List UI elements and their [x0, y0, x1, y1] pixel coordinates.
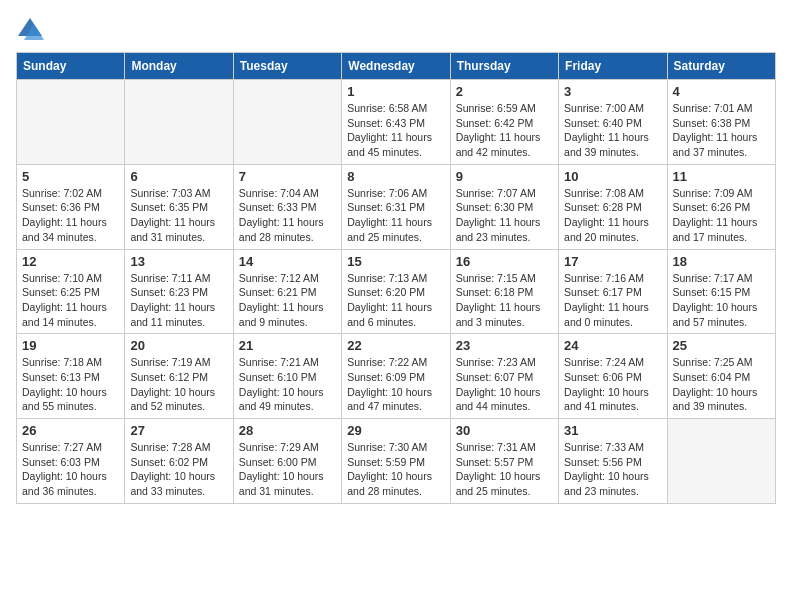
day-number: 16: [456, 254, 553, 269]
day-number: 1: [347, 84, 444, 99]
weekday-header-row: SundayMondayTuesdayWednesdayThursdayFrid…: [17, 53, 776, 80]
day-info: Sunrise: 7:01 AM Sunset: 6:38 PM Dayligh…: [673, 101, 770, 160]
day-number: 24: [564, 338, 661, 353]
calendar-cell: 6Sunrise: 7:03 AM Sunset: 6:35 PM Daylig…: [125, 164, 233, 249]
day-info: Sunrise: 7:06 AM Sunset: 6:31 PM Dayligh…: [347, 186, 444, 245]
day-info: Sunrise: 7:11 AM Sunset: 6:23 PM Dayligh…: [130, 271, 227, 330]
day-number: 20: [130, 338, 227, 353]
calendar-cell: 17Sunrise: 7:16 AM Sunset: 6:17 PM Dayli…: [559, 249, 667, 334]
calendar-cell: 24Sunrise: 7:24 AM Sunset: 6:06 PM Dayli…: [559, 334, 667, 419]
calendar-cell: 28Sunrise: 7:29 AM Sunset: 6:00 PM Dayli…: [233, 419, 341, 504]
calendar-cell: 22Sunrise: 7:22 AM Sunset: 6:09 PM Dayli…: [342, 334, 450, 419]
day-info: Sunrise: 7:04 AM Sunset: 6:33 PM Dayligh…: [239, 186, 336, 245]
day-info: Sunrise: 7:10 AM Sunset: 6:25 PM Dayligh…: [22, 271, 119, 330]
calendar-cell: 1Sunrise: 6:58 AM Sunset: 6:43 PM Daylig…: [342, 80, 450, 165]
calendar-cell: 25Sunrise: 7:25 AM Sunset: 6:04 PM Dayli…: [667, 334, 775, 419]
calendar-cell: 13Sunrise: 7:11 AM Sunset: 6:23 PM Dayli…: [125, 249, 233, 334]
day-info: Sunrise: 7:28 AM Sunset: 6:02 PM Dayligh…: [130, 440, 227, 499]
calendar-week-row: 5Sunrise: 7:02 AM Sunset: 6:36 PM Daylig…: [17, 164, 776, 249]
day-info: Sunrise: 7:16 AM Sunset: 6:17 PM Dayligh…: [564, 271, 661, 330]
day-number: 28: [239, 423, 336, 438]
day-number: 15: [347, 254, 444, 269]
day-number: 6: [130, 169, 227, 184]
day-info: Sunrise: 7:00 AM Sunset: 6:40 PM Dayligh…: [564, 101, 661, 160]
day-number: 25: [673, 338, 770, 353]
calendar-week-row: 26Sunrise: 7:27 AM Sunset: 6:03 PM Dayli…: [17, 419, 776, 504]
calendar-cell: 19Sunrise: 7:18 AM Sunset: 6:13 PM Dayli…: [17, 334, 125, 419]
calendar-cell: 31Sunrise: 7:33 AM Sunset: 5:56 PM Dayli…: [559, 419, 667, 504]
calendar-cell: 8Sunrise: 7:06 AM Sunset: 6:31 PM Daylig…: [342, 164, 450, 249]
day-number: 18: [673, 254, 770, 269]
calendar-cell: 9Sunrise: 7:07 AM Sunset: 6:30 PM Daylig…: [450, 164, 558, 249]
day-number: 11: [673, 169, 770, 184]
day-number: 5: [22, 169, 119, 184]
calendar-cell: 7Sunrise: 7:04 AM Sunset: 6:33 PM Daylig…: [233, 164, 341, 249]
calendar-cell: [233, 80, 341, 165]
calendar-cell: 11Sunrise: 7:09 AM Sunset: 6:26 PM Dayli…: [667, 164, 775, 249]
day-info: Sunrise: 7:12 AM Sunset: 6:21 PM Dayligh…: [239, 271, 336, 330]
calendar-week-row: 12Sunrise: 7:10 AM Sunset: 6:25 PM Dayli…: [17, 249, 776, 334]
weekday-header: Tuesday: [233, 53, 341, 80]
day-info: Sunrise: 7:33 AM Sunset: 5:56 PM Dayligh…: [564, 440, 661, 499]
calendar-cell: 18Sunrise: 7:17 AM Sunset: 6:15 PM Dayli…: [667, 249, 775, 334]
calendar-cell: 23Sunrise: 7:23 AM Sunset: 6:07 PM Dayli…: [450, 334, 558, 419]
calendar-week-row: 1Sunrise: 6:58 AM Sunset: 6:43 PM Daylig…: [17, 80, 776, 165]
day-info: Sunrise: 7:07 AM Sunset: 6:30 PM Dayligh…: [456, 186, 553, 245]
day-info: Sunrise: 7:29 AM Sunset: 6:00 PM Dayligh…: [239, 440, 336, 499]
day-number: 14: [239, 254, 336, 269]
day-info: Sunrise: 7:13 AM Sunset: 6:20 PM Dayligh…: [347, 271, 444, 330]
calendar-cell: 4Sunrise: 7:01 AM Sunset: 6:38 PM Daylig…: [667, 80, 775, 165]
day-info: Sunrise: 7:15 AM Sunset: 6:18 PM Dayligh…: [456, 271, 553, 330]
day-info: Sunrise: 7:31 AM Sunset: 5:57 PM Dayligh…: [456, 440, 553, 499]
calendar-cell: 27Sunrise: 7:28 AM Sunset: 6:02 PM Dayli…: [125, 419, 233, 504]
weekday-header: Wednesday: [342, 53, 450, 80]
weekday-header: Thursday: [450, 53, 558, 80]
calendar-cell: 5Sunrise: 7:02 AM Sunset: 6:36 PM Daylig…: [17, 164, 125, 249]
day-info: Sunrise: 7:18 AM Sunset: 6:13 PM Dayligh…: [22, 355, 119, 414]
day-number: 4: [673, 84, 770, 99]
weekday-header: Saturday: [667, 53, 775, 80]
day-number: 22: [347, 338, 444, 353]
weekday-header: Friday: [559, 53, 667, 80]
day-info: Sunrise: 6:58 AM Sunset: 6:43 PM Dayligh…: [347, 101, 444, 160]
day-info: Sunrise: 7:17 AM Sunset: 6:15 PM Dayligh…: [673, 271, 770, 330]
page-header: [16, 16, 776, 44]
day-info: Sunrise: 6:59 AM Sunset: 6:42 PM Dayligh…: [456, 101, 553, 160]
day-number: 26: [22, 423, 119, 438]
calendar-week-row: 19Sunrise: 7:18 AM Sunset: 6:13 PM Dayli…: [17, 334, 776, 419]
day-number: 7: [239, 169, 336, 184]
calendar-cell: 30Sunrise: 7:31 AM Sunset: 5:57 PM Dayli…: [450, 419, 558, 504]
logo: [16, 16, 48, 44]
day-info: Sunrise: 7:02 AM Sunset: 6:36 PM Dayligh…: [22, 186, 119, 245]
day-number: 23: [456, 338, 553, 353]
calendar-cell: [667, 419, 775, 504]
calendar-cell: 3Sunrise: 7:00 AM Sunset: 6:40 PM Daylig…: [559, 80, 667, 165]
day-number: 13: [130, 254, 227, 269]
day-info: Sunrise: 7:03 AM Sunset: 6:35 PM Dayligh…: [130, 186, 227, 245]
day-info: Sunrise: 7:09 AM Sunset: 6:26 PM Dayligh…: [673, 186, 770, 245]
day-info: Sunrise: 7:08 AM Sunset: 6:28 PM Dayligh…: [564, 186, 661, 245]
day-info: Sunrise: 7:30 AM Sunset: 5:59 PM Dayligh…: [347, 440, 444, 499]
day-info: Sunrise: 7:23 AM Sunset: 6:07 PM Dayligh…: [456, 355, 553, 414]
logo-icon: [16, 16, 44, 44]
calendar-cell: 12Sunrise: 7:10 AM Sunset: 6:25 PM Dayli…: [17, 249, 125, 334]
day-info: Sunrise: 7:22 AM Sunset: 6:09 PM Dayligh…: [347, 355, 444, 414]
calendar-cell: 29Sunrise: 7:30 AM Sunset: 5:59 PM Dayli…: [342, 419, 450, 504]
weekday-header: Sunday: [17, 53, 125, 80]
day-info: Sunrise: 7:27 AM Sunset: 6:03 PM Dayligh…: [22, 440, 119, 499]
day-info: Sunrise: 7:21 AM Sunset: 6:10 PM Dayligh…: [239, 355, 336, 414]
day-info: Sunrise: 7:25 AM Sunset: 6:04 PM Dayligh…: [673, 355, 770, 414]
day-number: 21: [239, 338, 336, 353]
calendar-cell: 10Sunrise: 7:08 AM Sunset: 6:28 PM Dayli…: [559, 164, 667, 249]
calendar-cell: 14Sunrise: 7:12 AM Sunset: 6:21 PM Dayli…: [233, 249, 341, 334]
calendar-cell: 2Sunrise: 6:59 AM Sunset: 6:42 PM Daylig…: [450, 80, 558, 165]
calendar-cell: 21Sunrise: 7:21 AM Sunset: 6:10 PM Dayli…: [233, 334, 341, 419]
day-info: Sunrise: 7:19 AM Sunset: 6:12 PM Dayligh…: [130, 355, 227, 414]
day-number: 10: [564, 169, 661, 184]
day-number: 8: [347, 169, 444, 184]
day-number: 2: [456, 84, 553, 99]
day-number: 3: [564, 84, 661, 99]
calendar-cell: 16Sunrise: 7:15 AM Sunset: 6:18 PM Dayli…: [450, 249, 558, 334]
calendar-cell: [125, 80, 233, 165]
calendar-cell: 15Sunrise: 7:13 AM Sunset: 6:20 PM Dayli…: [342, 249, 450, 334]
